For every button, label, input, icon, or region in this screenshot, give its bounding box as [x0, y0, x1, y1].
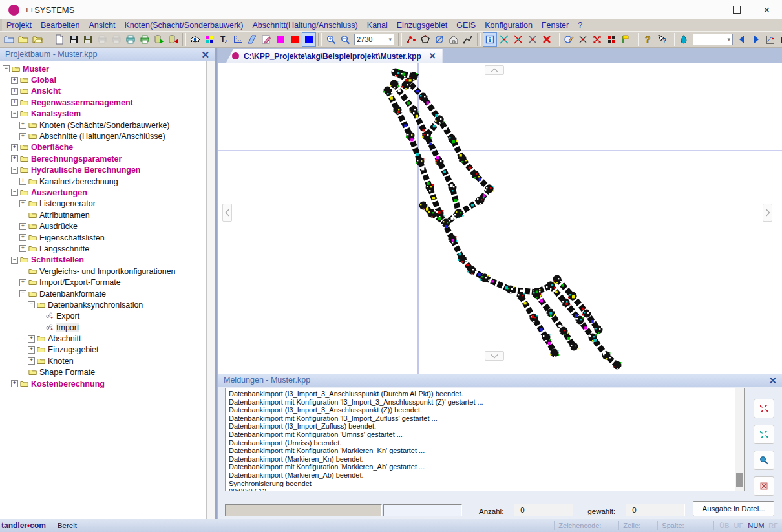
message-log-list[interactable]: Datenbankimport (I3_Import_3_Anschlusspu… — [225, 388, 745, 491]
open-template-button[interactable] — [30, 32, 45, 47]
zoom-to-message-button[interactable] — [754, 399, 774, 418]
close-button[interactable]: × — [752, 0, 782, 19]
tree-expander-plus-icon[interactable]: + — [19, 279, 26, 286]
tree-expander-plus-icon[interactable]: + — [11, 380, 18, 387]
measure-tool-button[interactable] — [231, 32, 245, 47]
nav-back-button[interactable] — [735, 32, 749, 47]
tree-expander-minus-icon[interactable]: − — [11, 111, 18, 118]
pan-up-button[interactable] — [485, 65, 504, 75]
tree-item-knoten[interactable]: +Knoten — [0, 356, 207, 367]
tree-item-ansicht[interactable]: +Ansicht — [0, 86, 207, 97]
color-options-button[interactable] — [202, 32, 217, 47]
view-options-button[interactable] — [188, 32, 202, 47]
text-tool-button[interactable]: T — [217, 32, 231, 47]
tree-item-langsschnitte[interactable]: +Längsschnitte — [0, 243, 207, 254]
output-to-file-button[interactable]: Ausgabe in Datei... — [693, 501, 774, 516]
water-tool-button[interactable] — [677, 32, 691, 47]
menu-item-projekt[interactable]: Projekt — [2, 21, 36, 30]
print-all-button[interactable] — [138, 32, 152, 47]
zoom-select-combobox[interactable]: 2730▾ — [354, 34, 394, 45]
raster-tool-button[interactable] — [604, 32, 618, 47]
project-tree-close-icon[interactable]: ✕ — [201, 50, 209, 59]
tree-item-kostenberechnung[interactable]: +Kostenberechnung — [0, 378, 207, 389]
tree-item-import-export-formate[interactable]: +Import/Export-Formate — [0, 277, 207, 288]
menu-item-item[interactable]: ? — [573, 21, 587, 30]
tree-expander-plus-icon[interactable]: + — [11, 155, 18, 162]
db-import-button[interactable] — [166, 32, 180, 47]
tree-item-attributnamen[interactable]: Attributnamen — [0, 209, 207, 220]
tree-item-abschnitt[interactable]: +Abschnitt — [0, 333, 207, 344]
message-log-scrollbar[interactable] — [735, 388, 744, 491]
catchment-tool-button[interactable] — [447, 32, 461, 47]
minimize-button[interactable] — [691, 0, 721, 19]
search-messages-button[interactable] — [754, 451, 774, 470]
info-mode-button[interactable]: i — [483, 32, 497, 47]
intersect-tool-button[interactable] — [576, 32, 590, 47]
stamp-tool-button[interactable] — [562, 32, 576, 47]
new-document-button[interactable] — [52, 32, 67, 47]
profile-tool-button[interactable] — [461, 32, 475, 47]
menu-item-konfiguration[interactable]: Konfiguration — [480, 21, 537, 30]
tree-expander-plus-icon[interactable]: + — [19, 200, 26, 207]
delete-selection-button[interactable] — [540, 32, 554, 47]
tree-item-kanalsystem[interactable]: −Kanalsystem — [0, 109, 207, 120]
tree-item-knoten-schachte-sonderbauwerke[interactable]: +Knoten (Schächte/Sonderbauwerke) — [0, 120, 207, 131]
project-tree-scrollbar[interactable] — [206, 61, 215, 519]
tree-item-vergleichs-und-importkonfigurationen[interactable]: Vergleichs- und Importkonfigurationen — [0, 266, 207, 277]
tree-expander-minus-icon[interactable]: − — [19, 290, 26, 297]
document-tab-close-icon[interactable]: ✕ — [429, 51, 436, 61]
tree-expander-plus-icon[interactable]: + — [28, 357, 35, 365]
edit-drawing-button[interactable] — [259, 32, 273, 47]
longsection-tool-button[interactable] — [763, 32, 777, 47]
maximize-button[interactable] — [721, 0, 752, 19]
tree-item-abschnitte-haltungen-anschlusse[interactable]: +Abschnitte (Haltungen/Anschlüsse) — [0, 131, 207, 142]
tree-item-schnittstellen[interactable]: −Schnittstellen — [0, 255, 207, 266]
nav-forward-button[interactable] — [749, 32, 763, 47]
tree-item-eigenschaftslisten[interactable]: +Eigenschaftslisten — [0, 232, 207, 243]
select-network-button[interactable] — [525, 32, 540, 47]
pan-down-button[interactable] — [485, 351, 504, 361]
menu-item-einzugsgebiet[interactable]: Einzugsgebiet — [392, 21, 452, 30]
tree-expander-minus-icon[interactable]: − — [28, 301, 35, 308]
deselect-connected-button[interactable] — [511, 32, 525, 47]
profile-select-combobox[interactable]: ▾ — [693, 34, 733, 45]
tree-expander-plus-icon[interactable]: + — [11, 144, 18, 151]
select-connected-button[interactable] — [497, 32, 511, 47]
tree-item-kanalnetzberechnung[interactable]: +Kanalnetzberechnung — [0, 176, 207, 187]
menu-item-kanal[interactable]: Kanal — [363, 21, 392, 30]
tree-expander-plus-icon[interactable]: + — [28, 335, 35, 343]
tree-expander-plus-icon[interactable]: + — [28, 346, 35, 354]
tree-expander-minus-icon[interactable]: − — [11, 167, 18, 174]
menu-item-knoten-schacht-sonderbauwerk[interactable]: Knoten(Schacht/Sonderbauwerk) — [120, 21, 248, 30]
legend-tool-button[interactable] — [245, 32, 259, 47]
zoom-all-messages-button[interactable] — [754, 425, 774, 444]
menu-item-bearbeiten[interactable]: Bearbeiten — [36, 21, 84, 30]
tree-expander-minus-icon[interactable]: − — [3, 65, 10, 72]
tree-item-berechnungsparameter[interactable]: +Berechnungsparameter — [0, 153, 207, 164]
pan-right-button[interactable] — [763, 204, 772, 222]
menu-item-fenster[interactable]: Fenster — [537, 21, 573, 30]
tree-expander-minus-icon[interactable]: − — [11, 257, 18, 264]
tree-item-datenbankformate[interactable]: −Datenbankformate — [0, 288, 207, 299]
tree-expander-plus-icon[interactable]: + — [19, 122, 26, 129]
marker-tool-button[interactable] — [618, 32, 633, 47]
split-tool-button[interactable] — [590, 32, 604, 47]
document-tab[interactable]: C:\KPP_Projekte\akg\Beispielprojekt\Must… — [226, 49, 443, 63]
polygon-tool-button[interactable] — [418, 32, 432, 47]
tree-item-einzugsgebiet[interactable]: +Einzugsgebiet — [0, 345, 207, 356]
open-project-button[interactable] — [2, 32, 16, 47]
menu-item-abschnitt-haltung-anschluss[interactable]: Abschnitt(Haltung/Anschluss) — [248, 21, 363, 30]
network-map[interactable] — [218, 63, 782, 374]
tree-item-global[interactable]: +Global — [0, 74, 207, 85]
tree-item-datenbanksynchronisation[interactable]: −Datenbanksynchronisation — [0, 299, 207, 310]
messages-close-icon[interactable]: ✕ — [768, 376, 777, 385]
tree-item-muster[interactable]: −Muster — [0, 63, 207, 74]
tree-expander-plus-icon[interactable]: + — [19, 245, 26, 252]
db-export-button[interactable] — [152, 32, 166, 47]
save-as-button[interactable] — [81, 32, 95, 47]
color-magenta-button[interactable] — [273, 32, 288, 47]
tree-item-listengenerator[interactable]: +Listengenerator — [0, 198, 207, 209]
help-button[interactable]: ? — [640, 32, 655, 47]
list-view-button[interactable]: L: — [777, 32, 782, 47]
open-file-button[interactable] — [16, 32, 30, 47]
